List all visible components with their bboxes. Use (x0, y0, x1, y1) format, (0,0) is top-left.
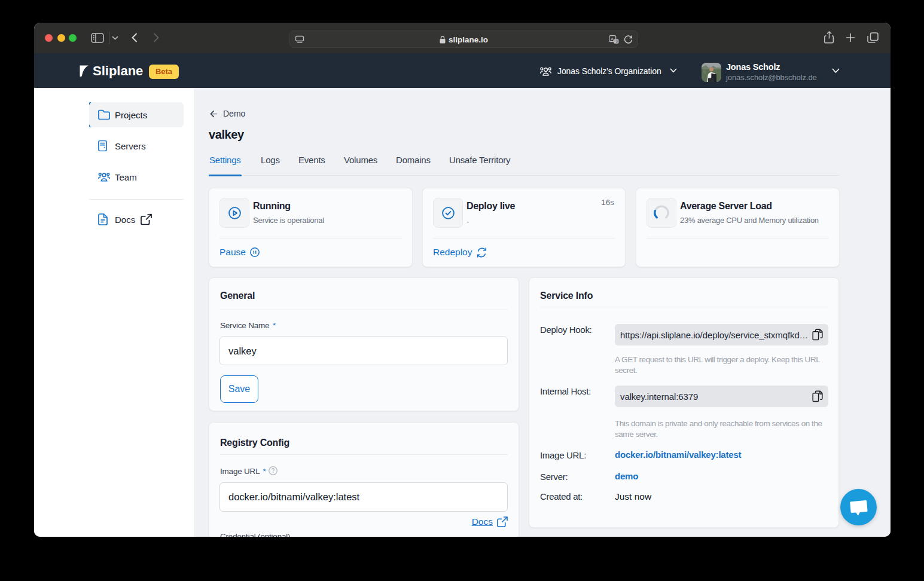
svg-text:A: A (611, 36, 614, 42)
svg-text:文: 文 (615, 39, 619, 44)
